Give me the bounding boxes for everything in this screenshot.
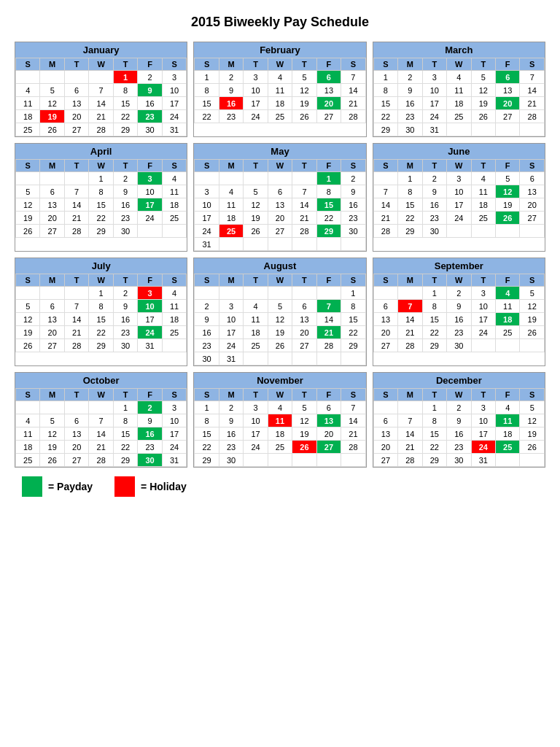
calendar-day: 30: [138, 454, 162, 467]
calendar-day: 28: [520, 110, 545, 123]
calendar-day: 8: [373, 84, 397, 97]
holiday-legend: = Holiday: [114, 476, 187, 497]
calendar-week-row: 23242526272829: [195, 339, 365, 352]
calendar-day: 4: [447, 71, 471, 84]
calendar-week-row: 3031: [195, 352, 365, 365]
calendar-day: 13: [292, 313, 316, 326]
calendar-day: 27: [316, 441, 341, 454]
calendar-day: [341, 238, 366, 251]
calendar-day: [520, 339, 545, 352]
day-header: F: [316, 274, 341, 287]
calendar-day: 22: [422, 441, 446, 454]
calendar-day: 9: [138, 414, 162, 427]
calendar-day: 13: [40, 198, 64, 212]
calendar-week-row: 12345: [373, 287, 544, 300]
calendar-day: 20: [64, 441, 88, 454]
calendar-day: 3: [471, 287, 495, 300]
calendar-table-march: SMTWTFS123456789101112131415161718192021…: [373, 58, 545, 136]
calendar-day: 6: [40, 300, 64, 313]
calendar-day: 1: [195, 71, 219, 84]
calendar-day: 26: [40, 123, 64, 136]
calendar-day: 12: [16, 313, 40, 326]
calendar-day: 17: [219, 326, 243, 339]
calendar-day: [268, 454, 292, 467]
calendar-day: 17: [422, 97, 446, 110]
calendar-day: 5: [520, 287, 545, 300]
calendar-day: [316, 287, 341, 300]
calendar-day: 10: [138, 185, 162, 198]
calendar-week-row: 24252627282930: [195, 225, 365, 238]
calendar-day: [292, 454, 316, 467]
calendar-day: 6: [316, 401, 341, 414]
calendar-day: 3: [138, 287, 162, 300]
calendar-day: [520, 454, 545, 467]
day-header: S: [162, 389, 187, 401]
day-header: T: [244, 160, 268, 172]
calendar-day: 13: [496, 84, 520, 97]
day-header: S: [373, 160, 397, 172]
calendar-day: 12: [292, 414, 316, 427]
calendar-day: 3: [244, 71, 268, 84]
calendar-day: [244, 454, 268, 467]
calendar-day: 5: [268, 300, 292, 313]
calendar-day: 11: [268, 84, 292, 97]
calendar-july: JulySMTWTFS12345678910111213141516171819…: [15, 258, 187, 366]
day-header: T: [64, 58, 88, 71]
calendar-week-row: 123: [16, 71, 187, 84]
calendar-april: AprilSMTWTFS1234567891011121314151617181…: [15, 143, 187, 252]
day-header: M: [219, 389, 243, 401]
calendar-day: 24: [138, 326, 162, 339]
calendar-day: 27: [64, 454, 88, 467]
calendar-day: 5: [16, 300, 40, 313]
calendar-header-april: April: [15, 144, 187, 159]
calendar-day: 23: [341, 212, 366, 225]
calendar-day: 2: [341, 172, 366, 185]
day-header: F: [316, 389, 341, 401]
calendar-day: [40, 71, 64, 84]
calendar-week-row: 18192021222324: [16, 441, 187, 454]
calendar-header-june: June: [373, 144, 545, 159]
calendar-day: 22: [89, 326, 113, 339]
calendar-day: 1: [373, 71, 397, 84]
calendar-november: NovemberSMTWTFS1234567891011121314151617…: [193, 372, 366, 468]
day-header: T: [113, 58, 137, 71]
calendar-day: 19: [292, 427, 316, 441]
calendar-day: 7: [64, 300, 88, 313]
calendar-day: 11: [447, 84, 471, 97]
calendar-day: 4: [16, 84, 40, 97]
calendar-day: 17: [447, 198, 471, 212]
calendar-day: 23: [398, 110, 422, 123]
calendar-day: 25: [447, 110, 471, 123]
calendar-day: 16: [219, 427, 243, 441]
calendar-day: 10: [471, 414, 495, 427]
day-header: S: [16, 160, 40, 172]
calendar-day: 4: [471, 172, 495, 185]
calendar-day: 8: [341, 300, 366, 313]
calendar-day: 9: [113, 185, 137, 198]
calendar-day: 26: [292, 441, 316, 454]
calendar-header-october: October: [15, 373, 187, 388]
day-header: W: [89, 274, 113, 287]
calendar-day: 20: [268, 212, 292, 225]
calendar-header-december: December: [373, 373, 545, 388]
calendar-day: 17: [138, 313, 162, 326]
calendar-day: 15: [89, 198, 113, 212]
calendar-day: 10: [471, 300, 495, 313]
calendar-day: 29: [373, 123, 397, 136]
calendar-day: 2: [219, 401, 243, 414]
calendar-day: 11: [16, 97, 40, 110]
calendar-day: 21: [341, 427, 366, 441]
calendar-day: 28: [89, 123, 113, 136]
calendar-day: 14: [89, 427, 113, 441]
calendar-week-row: 567891011: [16, 185, 187, 198]
calendar-day: 24: [195, 225, 219, 238]
calendar-week-row: 20212223242526: [373, 326, 544, 339]
calendar-day: 9: [398, 84, 422, 97]
calendar-day: 23: [138, 110, 162, 123]
day-header: S: [341, 274, 366, 287]
day-header: F: [496, 160, 520, 172]
calendar-day: 15: [422, 427, 446, 441]
calendar-week-row: 15161718192021: [195, 97, 365, 110]
calendar-day: 31: [162, 454, 187, 467]
calendar-day: 1: [422, 287, 446, 300]
